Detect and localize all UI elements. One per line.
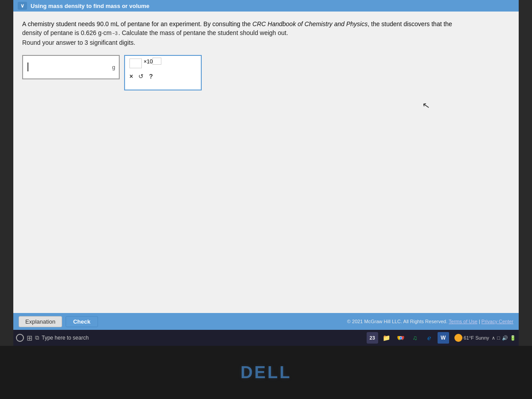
battery-icon[interactable]: 🔋 [510,335,516,341]
problem-line3: Round your answer to 3 significant digit… [22,39,510,46]
svg-point-2 [399,337,402,339]
start-button-icon[interactable] [16,334,24,342]
volume-icon[interactable]: 🔊 [502,335,508,341]
mouse-cursor-icon: ↖ [422,100,431,112]
copyright-notice: © 2021 McGraw Hill LLC. All Rights Reser… [347,319,513,324]
problem-line2: density of pentane is 0.626 g·cm−3. Calc… [22,29,510,36]
word-icon[interactable]: W [438,332,449,344]
screen: ∨ Using mass density to find mass or vol… [13,0,519,346]
sci-main-input[interactable] [129,59,142,68]
sci-exponent-input[interactable] [153,58,161,65]
undo-button[interactable]: ↺ [138,73,144,80]
weather-widget: 61°F Sunny [454,334,489,342]
edge-icon[interactable]: ℯ [423,332,435,344]
unit-label: g [112,64,115,70]
taskbar-search-area[interactable]: ⊞ ⧉ Type here to search [16,334,365,342]
weather-sun-icon [454,334,462,342]
answer-input-box[interactable]: g [22,55,120,79]
file-manager-icon[interactable]: 📁 [381,332,392,344]
sci-x10-label: ×10 [144,59,161,65]
sci-box-buttons: × ↺ ? [129,72,196,80]
chevron-up-icon[interactable]: ∧ [492,335,495,341]
privacy-center-link[interactable]: Privacy Center [481,319,513,324]
calendar-icon[interactable]: 23 [367,332,378,344]
explanation-button[interactable]: Explanation [19,316,62,327]
close-button[interactable]: × [129,73,133,80]
taskbar-app-icons: 23 📁 ♫ ℯ [367,332,449,344]
chevron-down-icon[interactable]: ∨ [18,2,27,10]
laptop-frame: ∨ Using mass density to find mass or vol… [0,0,532,399]
search-input-label[interactable]: Type here to search [42,335,89,341]
input-section: g ×10 × ↺ ? [22,55,510,90]
dell-logo-area: DELL [0,346,532,399]
scientific-notation-box[interactable]: ×10 × ↺ ? [124,55,202,90]
terms-of-use-link[interactable]: Terms of Use [449,319,477,324]
check-button[interactable]: Check [66,316,98,327]
chrome-icon[interactable] [395,332,407,344]
system-tray: ∧ □ 🔊 🔋 [492,335,516,341]
bottom-action-bar: Explanation Check © 2021 McGraw Hill LLC… [13,313,519,330]
sci-notation-top: ×10 [129,59,196,68]
top-bar: ∨ Using mass density to find mass or vol… [13,0,519,12]
network-icon[interactable]: □ [497,335,500,340]
taskbar: ⊞ ⧉ Type here to search 23 📁 [13,330,519,346]
taskbar-right-area: 61°F Sunny ∧ □ 🔊 🔋 [454,334,516,342]
problem-line1: A chemistry student needs 90.0 mL of pen… [22,20,510,29]
content-area: A chemistry student needs 90.0 mL of pen… [13,12,519,330]
page-title: Using mass density to find mass or volum… [31,3,149,9]
spotify-icon[interactable]: ♫ [409,332,421,344]
text-cursor [27,63,28,71]
weather-text: 61°F Sunny [464,335,489,340]
windows-button[interactable]: ⊞ [27,334,32,342]
task-view-icon[interactable]: ⧉ [35,334,39,341]
dell-logo: DELL [240,363,291,382]
help-button[interactable]: ? [149,73,153,80]
